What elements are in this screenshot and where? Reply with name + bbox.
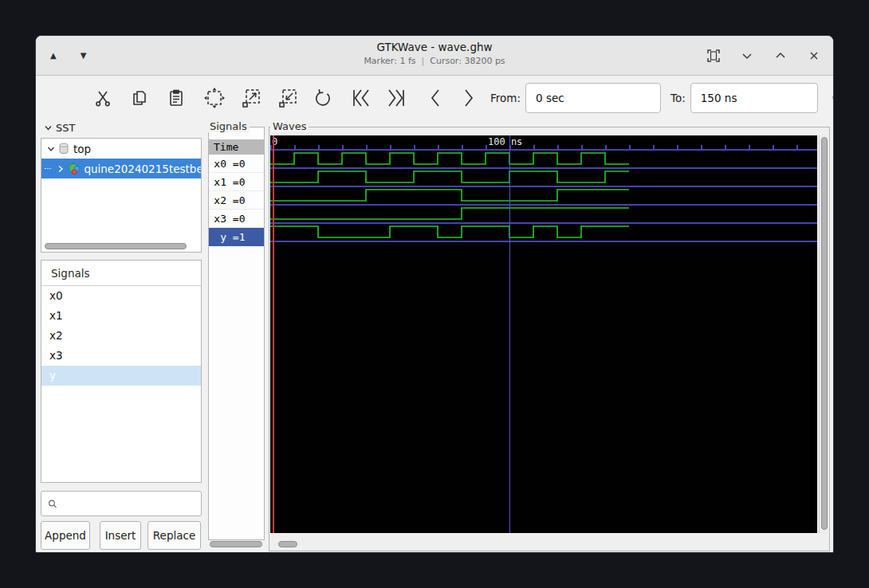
tree-connector [45,168,51,169]
step-forward-icon[interactable] [460,87,478,109]
gtkwave-window: ▲ ▼ GTKWave - wave.ghw Marker: 1 fs|Curs… [35,35,834,553]
wave-canvas[interactable]: 0 100 ns [270,135,817,533]
marker-status: Marker: 1 fs [364,56,415,66]
status-separator: | [422,56,425,66]
signal-search-panel: Signals x0 x1 x2 x3 y [41,260,202,483]
signal-row-x2[interactable]: x2 =0 [209,191,264,210]
undo-icon[interactable] [313,88,334,108]
scrollbar-thumb[interactable] [210,541,262,547]
primary-marker-line [273,135,274,533]
signal-row-x0[interactable]: x0 =0 [209,155,264,173]
module-icon [68,163,81,175]
minimize-icon[interactable] [741,49,753,62]
scrollbar-thumb[interactable] [278,541,297,547]
maximize-icon[interactable] [774,49,787,62]
waves-vertical-scrollbar [819,135,828,533]
skip-to-start-icon[interactable] [350,87,372,109]
signal-row-y[interactable]: y =1 [209,228,264,246]
zoom-out-icon[interactable] [277,87,299,109]
scrollbar-thumb[interactable] [821,137,828,530]
list-item-y[interactable]: y [41,366,201,386]
insert-button[interactable]: Insert [100,521,141,550]
to-input[interactable] [690,83,818,113]
step-back-icon[interactable] [427,87,444,109]
replace-button[interactable]: Replace [147,521,201,550]
to-label: To: [670,92,686,104]
menu-icon[interactable] [45,89,73,106]
sst-label: SST [56,122,75,134]
tree-item-label: top [73,143,91,155]
signals-frame-label: Signals [207,120,250,132]
sst-section-header[interactable]: SST [44,122,75,134]
zoom-in-icon[interactable] [240,87,262,109]
paste-icon[interactable] [167,88,186,108]
signal-search-box[interactable] [41,491,202,516]
signal-row-x3[interactable]: x3 =0 [209,210,264,228]
wave-trace-x1[interactable] [270,169,817,187]
cursor-status: Cursor: 38200 ps [430,56,505,66]
chevron-down-icon [44,123,53,132]
copy-icon[interactable] [130,88,149,108]
sst-tree-panel: top quine20240215testbench [41,138,202,253]
signals-value-panel: Time x0 =0 x1 =0 x2 =0 x3 =0 y =1 [208,127,265,540]
skip-to-end-icon[interactable] [385,87,407,109]
reload-icon[interactable] [829,87,834,109]
tree-horizontal-scrollbar [43,243,199,250]
search-input[interactable] [62,497,201,511]
list-item-x0[interactable]: x0 [41,286,201,306]
close-icon[interactable] [808,49,820,62]
waves-horizontal-scrollbar [272,540,822,548]
main-area: SST top quine202402 [36,119,833,552]
list-item-x1[interactable]: x1 [41,306,201,326]
wave-trace-x2[interactable] [270,187,817,206]
wave-trace-x3[interactable] [270,206,817,224]
signal-row-x1[interactable]: x1 =0 [209,173,264,191]
fit-window-icon[interactable] [707,49,720,62]
waves-frame-label: Waves [270,120,309,132]
wave-trace-y[interactable] [270,224,817,242]
list-item-x2[interactable]: x2 [41,326,201,346]
timeline-ticks [270,145,817,151]
append-button[interactable]: Append [41,521,90,550]
toolbar: From: To: [36,76,833,119]
search-icon [48,498,57,510]
tree-item-top[interactable]: top [41,139,201,159]
signals-horizontal-scrollbar [208,540,265,548]
time-column-header: Time [209,139,264,155]
from-input[interactable] [525,83,661,113]
chevron-right-icon[interactable] [56,164,65,174]
tree-item-label: quine20240215testbench [84,163,201,175]
cut-icon[interactable] [93,88,112,108]
zoom-fit-icon[interactable] [203,87,226,109]
scrollbar-thumb[interactable] [45,243,187,249]
chevron-down-icon[interactable] [46,144,56,154]
from-label: From: [490,92,521,104]
signal-search-header: Signals [41,261,201,286]
list-item-x3[interactable]: x3 [41,346,201,366]
wave-trace-x0[interactable] [270,151,817,169]
database-icon [58,143,69,155]
tree-item-testbench[interactable]: quine20240215testbench [41,159,201,178]
cursor-line [509,135,511,533]
titlebar[interactable]: ▲ ▼ GTKWave - wave.ghw Marker: 1 fs|Curs… [36,36,833,76]
